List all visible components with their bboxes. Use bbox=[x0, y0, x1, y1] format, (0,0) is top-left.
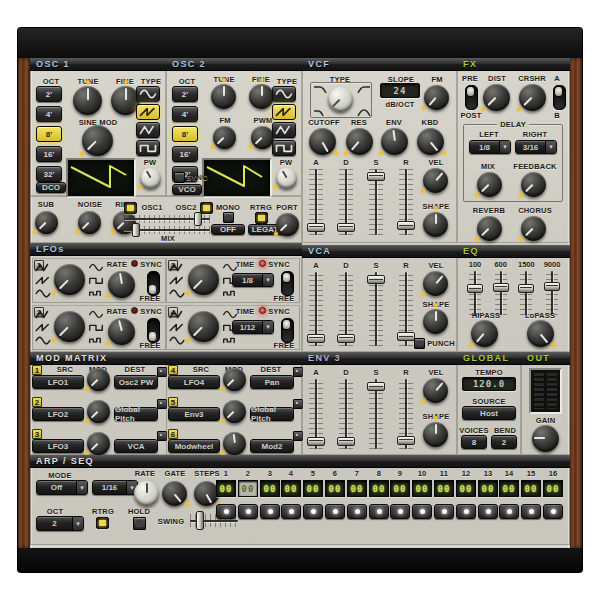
osc1-pw-knob[interactable] bbox=[140, 168, 161, 189]
lfo-2-wave-selector-knob[interactable] bbox=[54, 311, 85, 342]
crshr-ab-toggle[interactable] bbox=[553, 85, 566, 110]
step-3-display[interactable]: 00 bbox=[260, 480, 280, 497]
vcf-shape-knob[interactable] bbox=[423, 212, 448, 237]
lfo-1-sync-free-toggle[interactable] bbox=[147, 271, 160, 296]
osc2-fm-knob[interactable] bbox=[213, 126, 236, 149]
source-select-button[interactable]: Host bbox=[462, 406, 516, 420]
oct-button-16[interactable]: 16' bbox=[36, 146, 62, 162]
matrix-row-1-src-button[interactable]: LFO1 bbox=[32, 375, 84, 389]
sine-wave-button[interactable] bbox=[136, 86, 160, 102]
osc1-mix-slider[interactable] bbox=[124, 215, 210, 223]
step-8-button[interactable] bbox=[369, 504, 389, 519]
osc2-vco-button[interactable]: VCO bbox=[172, 184, 202, 195]
step-9-display[interactable]: 00 bbox=[390, 480, 410, 497]
env3-s-slider[interactable] bbox=[369, 379, 383, 449]
step-11-display[interactable]: 00 bbox=[434, 480, 454, 497]
matrix-row-3-src-button[interactable]: LFO3 bbox=[32, 439, 84, 453]
step-7-button[interactable] bbox=[347, 504, 367, 519]
lfo-4-time-select[interactable]: 1/12▾ bbox=[232, 320, 274, 334]
arp-mode-select[interactable]: Off▾ bbox=[36, 480, 88, 495]
matrix-row-1-mod-knob[interactable] bbox=[87, 368, 110, 391]
osc1-tune-knob[interactable] bbox=[73, 86, 102, 115]
eq-band-100-slider[interactable] bbox=[469, 271, 481, 315]
env3-vel-knob[interactable] bbox=[423, 378, 448, 403]
step-6-display[interactable]: 00 bbox=[325, 480, 345, 497]
chorus-knob[interactable] bbox=[521, 216, 546, 241]
rtrg-led-button[interactable] bbox=[255, 212, 268, 224]
eq-band-9000-slider[interactable] bbox=[546, 271, 558, 315]
sine-wave-button[interactable] bbox=[272, 86, 296, 102]
matrix-row-5-dest-button[interactable]: Global Pitch bbox=[250, 407, 294, 421]
vcf-s-slider[interactable] bbox=[369, 169, 383, 235]
env-knob[interactable] bbox=[381, 128, 408, 155]
step-4-button[interactable] bbox=[281, 504, 301, 519]
matrix-row-2-mod-knob[interactable] bbox=[87, 400, 110, 423]
osc1-dco-button[interactable]: DCO bbox=[36, 182, 66, 193]
hipass-knob[interactable] bbox=[471, 320, 498, 347]
matrix-row-3-mod-knob[interactable] bbox=[87, 432, 110, 455]
dist-knob[interactable] bbox=[483, 84, 510, 111]
hold-button[interactable] bbox=[133, 517, 146, 530]
step-2-button[interactable] bbox=[238, 504, 258, 519]
step-3-button[interactable] bbox=[260, 504, 280, 519]
vca-a-slider[interactable] bbox=[309, 272, 323, 346]
matrix-row-1-dest-button[interactable]: Osc2 PW bbox=[114, 375, 158, 389]
lfo-3-sync-free-toggle[interactable] bbox=[281, 271, 294, 296]
voices-select-button[interactable]: 8 bbox=[461, 435, 487, 449]
step-13-display[interactable]: 00 bbox=[478, 480, 498, 497]
vca-shape-knob[interactable] bbox=[423, 309, 448, 334]
env3-a-slider[interactable] bbox=[309, 379, 323, 449]
step-15-display[interactable]: 00 bbox=[521, 480, 541, 497]
lfo-2-rate-knob[interactable] bbox=[108, 318, 135, 345]
pre-post-toggle[interactable] bbox=[465, 85, 478, 110]
step-10-display[interactable]: 00 bbox=[412, 480, 432, 497]
reverb-knob[interactable] bbox=[477, 216, 502, 241]
vcf-r-slider[interactable] bbox=[399, 169, 413, 235]
vcf-d-slider[interactable] bbox=[339, 169, 353, 235]
kbd-knob[interactable] bbox=[417, 128, 444, 155]
port-knob[interactable] bbox=[276, 213, 299, 236]
filter-fm-knob[interactable] bbox=[424, 85, 449, 110]
step-12-display[interactable]: 00 bbox=[456, 480, 476, 497]
step-16-button[interactable] bbox=[543, 504, 563, 519]
vcf-vel-knob[interactable] bbox=[423, 168, 448, 193]
oct-button-2[interactable]: 2' bbox=[172, 86, 198, 102]
osc1-enable-led-button[interactable] bbox=[124, 202, 137, 214]
matrix-row-2-src-button[interactable]: LFO2 bbox=[32, 407, 84, 421]
matrix-row-4-mod-knob[interactable] bbox=[223, 368, 246, 391]
step-1-button[interactable] bbox=[216, 504, 236, 519]
vca-vel-knob[interactable] bbox=[423, 271, 448, 296]
oct-button-16[interactable]: 16' bbox=[172, 146, 198, 162]
lfo-4-wave-selector-knob[interactable] bbox=[188, 311, 219, 342]
arp-rate-knob[interactable] bbox=[134, 481, 159, 506]
cutoff-knob[interactable] bbox=[309, 128, 336, 155]
matrix-row-5-mod-knob[interactable] bbox=[223, 400, 246, 423]
osc2-mix-slider[interactable] bbox=[124, 226, 210, 234]
square-wave-button[interactable] bbox=[272, 140, 296, 156]
step-15-button[interactable] bbox=[521, 504, 541, 519]
tempo-display[interactable]: 120.0 bbox=[462, 377, 516, 391]
step-7-display[interactable]: 00 bbox=[347, 480, 367, 497]
step-14-display[interactable]: 00 bbox=[499, 480, 519, 497]
env3-r-slider[interactable] bbox=[399, 379, 413, 449]
sub-knob[interactable] bbox=[35, 211, 58, 234]
matrix-row-6-src-button[interactable]: Modwheel bbox=[168, 439, 220, 453]
step-13-button[interactable] bbox=[478, 504, 498, 519]
oct-button-4[interactable]: 4' bbox=[172, 106, 198, 122]
triangle-wave-button[interactable] bbox=[136, 122, 160, 138]
matrix-row-3-dest-button[interactable]: VCA bbox=[114, 439, 158, 453]
mono-button[interactable] bbox=[223, 212, 234, 223]
delay-right-select[interactable]: 3/16▾ bbox=[515, 140, 557, 154]
lopass-knob[interactable] bbox=[527, 320, 554, 347]
step-12-button[interactable] bbox=[456, 504, 476, 519]
square-wave-button[interactable] bbox=[136, 140, 160, 156]
step-5-display[interactable]: 00 bbox=[303, 480, 323, 497]
saw-wave-button[interactable] bbox=[136, 104, 160, 120]
gain-knob[interactable] bbox=[532, 425, 559, 452]
step-14-button[interactable] bbox=[499, 504, 519, 519]
step-9-button[interactable] bbox=[390, 504, 410, 519]
lfo-4-sync-free-toggle[interactable] bbox=[281, 318, 294, 343]
osc2-tune-knob[interactable] bbox=[211, 84, 236, 109]
matrix-row-2-dest-button[interactable]: Global Pitch bbox=[114, 407, 158, 421]
eq-band-600-slider[interactable] bbox=[495, 271, 507, 315]
